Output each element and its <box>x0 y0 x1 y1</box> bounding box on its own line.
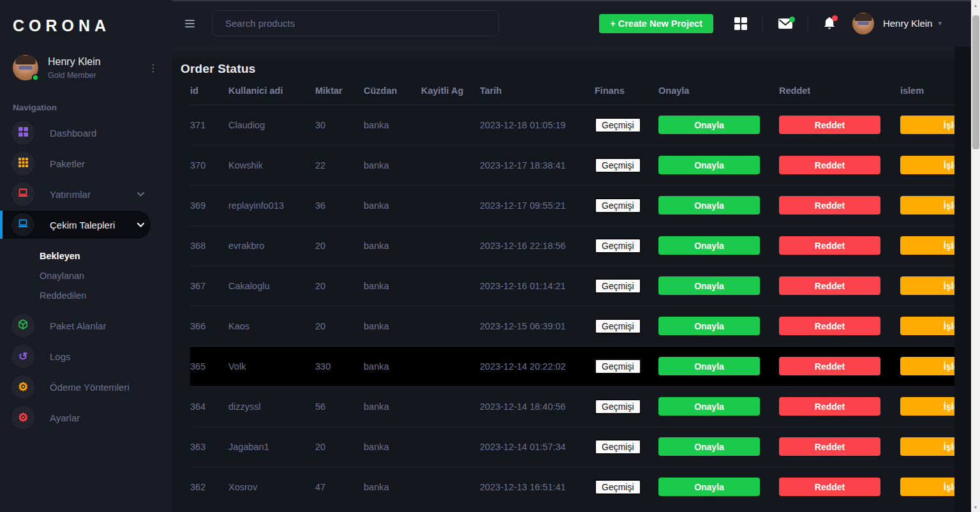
table-row: 370 Kowshik 22 banka 2023-12-17 18:38:41… <box>190 145 954 185</box>
sidebar-item-paketler[interactable]: Paketler <box>0 148 172 179</box>
sidebar-item-cekim-talepleri[interactable]: Çekim Talepleri <box>0 209 172 240</box>
table-row: 371 Claudiog 30 banka 2023-12-18 01:05:1… <box>190 105 954 145</box>
process-button[interactable]: İşle <box>900 156 954 174</box>
user-avatar[interactable] <box>852 13 874 34</box>
reject-button[interactable]: Reddet <box>779 397 880 416</box>
history-button[interactable]: Geçmişi <box>595 278 641 294</box>
col-header-id: id <box>190 77 228 105</box>
table-body: 371 Claudiog 30 banka 2023-12-18 01:05:1… <box>190 105 954 507</box>
cell-approve: Onayla <box>658 306 779 346</box>
profile-options-icon[interactable]: ⋮ <box>144 61 162 75</box>
cell-network <box>421 105 480 145</box>
cell-date: 2023-12-16 01:14:21 <box>480 266 595 306</box>
process-button[interactable]: İşle <box>900 116 954 134</box>
reject-button[interactable]: Reddet <box>779 478 880 496</box>
history-button[interactable]: Geçmişi <box>595 198 641 213</box>
history-button[interactable]: Geçmişi <box>595 479 641 495</box>
user-menu-caret-icon[interactable]: ▾ <box>938 19 942 27</box>
cell-finans: Geçmişi <box>595 467 658 507</box>
submenu-item-reddedilen[interactable]: Reddedilen <box>40 285 172 305</box>
approve-button[interactable]: Onayla <box>658 397 760 416</box>
approve-button[interactable]: Onayla <box>658 357 760 375</box>
approve-button[interactable]: Onayla <box>658 156 760 174</box>
search-input[interactable] <box>212 11 498 36</box>
process-button[interactable]: İşle <box>900 236 954 255</box>
process-button[interactable]: İşle <box>900 196 954 215</box>
cell-reject: Reddet <box>779 346 900 386</box>
cell-reject: Reddet <box>779 467 900 507</box>
history-button[interactable]: Geçmişi <box>595 117 641 133</box>
process-button[interactable]: İşle <box>900 397 954 416</box>
history-button[interactable]: Geçmişi <box>595 158 641 173</box>
process-button[interactable]: İşle <box>900 317 954 335</box>
approve-button[interactable]: Onayla <box>658 478 760 496</box>
approve-button[interactable]: Onayla <box>658 317 760 335</box>
process-button[interactable]: İşle <box>900 357 954 375</box>
cell-date: 2023-12-17 09:55:21 <box>480 185 595 225</box>
sidebar-item-odeme-yontemleri[interactable]: ⚙ Ödeme Yöntemleri <box>0 372 172 402</box>
cell-finans: Geçmişi <box>595 225 658 266</box>
history-button[interactable]: Geçmişi <box>595 359 641 374</box>
history-button[interactable]: Geçmişi <box>595 238 641 253</box>
sidebar-item-logs[interactable]: ↺ Logs <box>0 341 172 372</box>
cell-network <box>421 467 480 507</box>
submenu-item-onaylanan[interactable]: Onaylanan <box>40 266 172 285</box>
notifications-bell-icon[interactable] <box>824 17 835 30</box>
table-row: 365 Volk 330 banka 2023-12-14 20:22:02 G… <box>190 346 954 386</box>
process-button[interactable]: İşle <box>900 437 954 456</box>
cell-username: replayinfo013 <box>228 185 315 225</box>
messages-badge <box>789 17 795 22</box>
history-button[interactable]: Geçmişi <box>595 439 641 455</box>
cell-amount: 20 <box>315 225 364 266</box>
cell-id: 363 <box>190 426 228 467</box>
cell-reject: Reddet <box>779 386 900 426</box>
scrollbar-thumb[interactable] <box>972 15 979 149</box>
approve-button[interactable]: Onayla <box>658 196 760 215</box>
history-button[interactable]: Geçmişi <box>595 399 641 414</box>
cell-username: Cakaloglu <box>228 266 315 306</box>
reject-button[interactable]: Reddet <box>779 116 880 134</box>
reject-button[interactable]: Reddet <box>779 317 880 335</box>
cell-network <box>421 266 480 306</box>
reject-button[interactable]: Reddet <box>779 357 880 375</box>
cell-finans: Geçmişi <box>595 185 658 225</box>
cell-approve: Onayla <box>658 266 779 306</box>
table-row: 366 Kaos 20 banka 2023-12-15 06:39:01 Ge… <box>190 306 954 346</box>
brand-logo: CORONA <box>0 0 172 35</box>
reject-button[interactable]: Reddet <box>779 236 880 255</box>
col-header-date: Tarih <box>480 77 595 105</box>
approve-button[interactable]: Onayla <box>658 236 760 255</box>
history-button[interactable]: Geçmişi <box>595 319 641 334</box>
messages-icon[interactable] <box>778 19 792 29</box>
cell-process: İşle <box>900 266 954 306</box>
apps-grid-icon[interactable] <box>734 17 747 30</box>
cell-amount: 20 <box>315 266 364 306</box>
scroll-down-arrow[interactable]: ▼ <box>971 502 980 512</box>
cell-wallet: banka <box>364 225 421 266</box>
sidebar-item-paket-alanlar[interactable]: Paket Alanlar <box>0 310 172 341</box>
process-button[interactable]: İşle <box>900 478 954 496</box>
menu-toggle-icon[interactable] <box>184 17 196 30</box>
cell-network <box>421 386 480 426</box>
scroll-up-arrow[interactable]: ▲ <box>971 0 980 10</box>
approve-button[interactable]: Onayla <box>658 276 760 295</box>
approve-button[interactable]: Onayla <box>658 437 760 456</box>
create-new-project-button[interactable]: + Create New Project <box>599 14 713 33</box>
reject-button[interactable]: Reddet <box>779 196 880 215</box>
cell-username: Volk <box>228 346 315 386</box>
cell-date: 2023-12-14 18:40:56 <box>480 386 595 426</box>
sidebar-item-dashboard[interactable]: Dashboard <box>0 117 172 148</box>
reject-button[interactable]: Reddet <box>779 437 880 456</box>
sidebar-item-ayarlar[interactable]: ⚙ Ayarlar <box>0 402 172 433</box>
process-button[interactable]: İşle <box>900 276 954 295</box>
notifications-badge <box>832 15 838 21</box>
submenu-item-bekleyen[interactable]: Bekleyen <box>40 246 172 266</box>
orders-table-container: id Kullanici adi Miktar Cüzdan Kayitli A… <box>181 77 954 507</box>
cell-username: Xosrov <box>228 467 315 507</box>
sidebar-item-yatirimlar[interactable]: Yatırımlar <box>0 179 172 209</box>
cell-approve: Onayla <box>658 105 779 145</box>
reject-button[interactable]: Reddet <box>779 276 880 295</box>
user-menu-name[interactable]: Henry Klein <box>883 18 933 29</box>
approve-button[interactable]: Onayla <box>658 116 760 134</box>
reject-button[interactable]: Reddet <box>779 156 880 174</box>
